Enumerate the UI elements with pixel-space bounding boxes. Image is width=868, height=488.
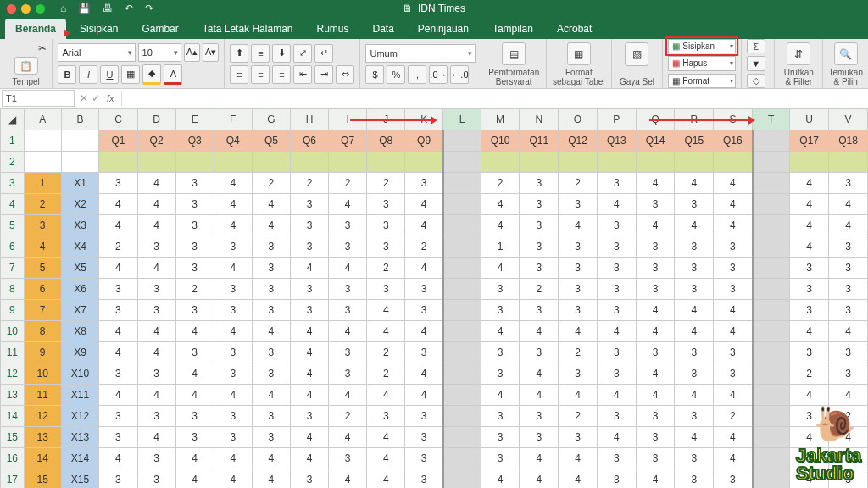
- row-header-6[interactable]: 6: [1, 236, 25, 258]
- label-cell[interactable]: X12: [61, 406, 99, 427]
- index-cell[interactable]: 15: [24, 469, 61, 489]
- data-cell[interactable]: 3: [214, 363, 252, 385]
- data-cell[interactable]: 3: [329, 300, 367, 321]
- data-cell[interactable]: 3: [290, 300, 328, 321]
- data-cell[interactable]: 3: [175, 236, 214, 258]
- data-cell[interactable]: 4: [559, 321, 598, 342]
- col-header-F[interactable]: F: [214, 109, 252, 130]
- data-cell[interactable]: 3: [597, 236, 636, 258]
- data-cell[interactable]: 3: [481, 342, 520, 363]
- formula-input[interactable]: [121, 91, 868, 106]
- font-size-select[interactable]: 10: [138, 43, 181, 62]
- label-cell[interactable]: X3: [61, 215, 99, 236]
- data-cell[interactable]: 3: [405, 173, 443, 194]
- q-header[interactable]: Q3: [175, 130, 214, 152]
- data-cell[interactable]: 4: [790, 173, 829, 194]
- data-cell[interactable]: 4: [137, 173, 175, 194]
- print-icon[interactable]: 🖶: [103, 3, 113, 14]
- data-cell[interactable]: 4: [520, 363, 559, 385]
- data-cell[interactable]: 3: [405, 300, 443, 321]
- percent-button[interactable]: %: [387, 65, 405, 84]
- data-cell[interactable]: 4: [252, 194, 290, 215]
- data-cell[interactable]: 4: [99, 215, 137, 236]
- merge-center[interactable]: ⇔: [336, 65, 354, 84]
- decrease-font[interactable]: A▾: [203, 43, 219, 62]
- label-cell[interactable]: X6: [61, 279, 99, 300]
- data-cell[interactable]: 3: [329, 215, 367, 236]
- row-header-7[interactable]: 7: [1, 258, 25, 279]
- data-cell[interactable]: 4: [636, 300, 675, 321]
- data-cell[interactable]: 4: [290, 427, 328, 448]
- data-cell[interactable]: 4: [636, 385, 675, 406]
- col-header-N[interactable]: N: [520, 109, 559, 130]
- data-cell[interactable]: 3: [481, 300, 520, 321]
- data-cell[interactable]: 3: [99, 279, 137, 300]
- data-cell[interactable]: 4: [790, 215, 829, 236]
- data-cell[interactable]: 3: [481, 406, 520, 427]
- label-cell[interactable]: X15: [61, 469, 99, 489]
- q-header[interactable]: Q14: [636, 130, 675, 152]
- label-cell[interactable]: X10: [61, 363, 99, 385]
- data-cell[interactable]: 3: [175, 194, 214, 215]
- data-cell[interactable]: 3: [214, 236, 252, 258]
- data-cell[interactable]: 3: [714, 363, 753, 385]
- data-cell[interactable]: 3: [636, 258, 675, 279]
- data-cell[interactable]: 3: [559, 194, 598, 215]
- currency-button[interactable]: $: [365, 65, 384, 84]
- data-cell[interactable]: 4: [290, 448, 328, 469]
- zoom-window[interactable]: [36, 4, 45, 14]
- decrease-indent[interactable]: ⇤: [293, 65, 312, 84]
- data-cell[interactable]: 3: [520, 300, 559, 321]
- data-cell[interactable]: 4: [252, 448, 290, 469]
- data-cell[interactable]: 4: [137, 194, 175, 215]
- row-header-10[interactable]: 10: [1, 321, 25, 342]
- data-cell[interactable]: 4: [99, 448, 137, 469]
- index-cell[interactable]: 14: [24, 448, 61, 469]
- label-cell[interactable]: X11: [61, 385, 99, 406]
- data-cell[interactable]: 4: [790, 236, 829, 258]
- undo-icon[interactable]: ↶: [125, 3, 133, 14]
- data-cell[interactable]: 4: [520, 469, 559, 489]
- data-cell[interactable]: 4: [405, 385, 443, 406]
- data-cell[interactable]: 4: [790, 321, 829, 342]
- data-cell[interactable]: 3: [597, 469, 636, 489]
- confirm-icon[interactable]: ✓: [92, 92, 100, 104]
- data-cell[interactable]: 3: [559, 258, 598, 279]
- name-box[interactable]: T1: [2, 90, 75, 107]
- data-cell[interactable]: 4: [675, 385, 714, 406]
- data-cell[interactable]: 4: [636, 469, 675, 489]
- data-cell[interactable]: 4: [214, 173, 252, 194]
- label-cell[interactable]: X2: [61, 194, 99, 215]
- data-cell[interactable]: 4: [597, 385, 636, 406]
- data-cell[interactable]: 4: [367, 385, 405, 406]
- col-header-L[interactable]: L: [443, 109, 481, 130]
- data-cell[interactable]: 3: [790, 279, 829, 300]
- tab-acrobat[interactable]: Acrobat: [547, 19, 602, 39]
- data-cell[interactable]: 3: [214, 406, 252, 427]
- data-cell[interactable]: 2: [714, 406, 753, 427]
- increase-decimal[interactable]: .0→: [429, 65, 448, 84]
- data-cell[interactable]: 4: [714, 427, 753, 448]
- data-cell[interactable]: 4: [214, 448, 252, 469]
- index-cell[interactable]: 13: [24, 427, 61, 448]
- label-cell[interactable]: X7: [61, 300, 99, 321]
- format-as-table[interactable]: ▦: [567, 42, 591, 65]
- data-cell[interactable]: 2: [520, 279, 559, 300]
- data-cell[interactable]: 3: [405, 448, 443, 469]
- data-cell[interactable]: 3: [520, 173, 559, 194]
- data-cell[interactable]: 3: [214, 427, 252, 448]
- data-cell[interactable]: 3: [481, 427, 520, 448]
- data-cell[interactable]: 4: [367, 321, 405, 342]
- data-cell[interactable]: 3: [829, 279, 868, 300]
- data-cell[interactable]: 4: [175, 363, 214, 385]
- save-icon[interactable]: 💾: [78, 3, 91, 14]
- data-cell[interactable]: 3: [329, 279, 367, 300]
- tab-beranda[interactable]: Beranda: [5, 19, 66, 39]
- data-cell[interactable]: 3: [520, 215, 559, 236]
- data-cell[interactable]: 1: [481, 236, 520, 258]
- q-header[interactable]: Q18: [829, 130, 868, 152]
- q-header[interactable]: Q15: [675, 130, 714, 152]
- minimize-window[interactable]: [21, 4, 31, 14]
- col-header-V[interactable]: V: [829, 109, 868, 130]
- autosum[interactable]: Σ: [747, 39, 765, 53]
